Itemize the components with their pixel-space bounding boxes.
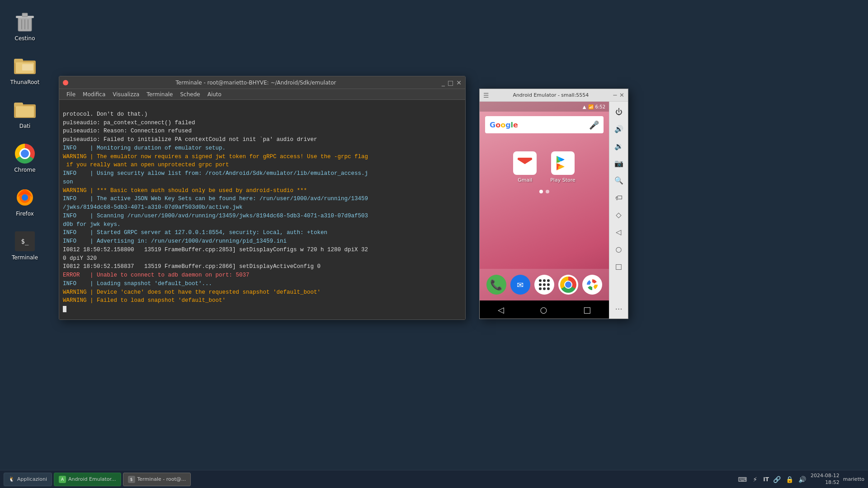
taskbar-btn-terminale[interactable]: $ Terminale - root@...: [123, 473, 191, 486]
terminal-minimize-btn[interactable]: _: [442, 80, 445, 86]
emulator-vol-down-btn[interactable]: 🔉: [613, 140, 625, 152]
emulator-more-btn[interactable]: ⋯: [613, 302, 625, 315]
taskbar-power-icon[interactable]: ⚡: [750, 475, 760, 484]
taskbar-keyboard-icon[interactable]: ⌨: [738, 475, 747, 484]
android-gmail-icon[interactable]: Gmail: [513, 151, 537, 183]
terminal-menu-visualizza[interactable]: Visualizza: [109, 91, 143, 98]
taskbar-btn-applicazioni[interactable]: 🐧 Applicazioni: [4, 473, 52, 486]
emulator-titlebar: ☰ Android Emulator - small:5554 − ✕: [480, 89, 628, 102]
android-playstore-icon[interactable]: Play Store: [550, 151, 576, 183]
taskbar-left: 🐧 Applicazioni A Android Emulator... $ T…: [4, 473, 191, 486]
terminal-title: Terminale - root@marietto-BHYVE: ~/Andro…: [70, 80, 442, 86]
android-recents-btn[interactable]: □: [583, 305, 591, 314]
terminal-menu-terminale[interactable]: Terminale: [143, 91, 176, 98]
playstore-label: Play Store: [550, 177, 576, 183]
terminal-menu-file[interactable]: File: [63, 91, 79, 98]
terminal-close-x-btn[interactable]: ✕: [456, 80, 462, 86]
android-dock-phone[interactable]: 📞: [486, 275, 506, 295]
emulator-screenshot-btn[interactable]: 📷: [613, 157, 625, 169]
android-home-btn[interactable]: ○: [540, 305, 547, 314]
android-mic-icon[interactable]: 🎤: [589, 120, 599, 130]
taskbar-username: marietto: [843, 476, 864, 482]
desktop-icon-terminale[interactable]: $_ Terminale: [5, 228, 45, 263]
taskbar-btn-android-emulator[interactable]: A Android Emulator...: [54, 473, 121, 486]
chrome-desktop-icon: [14, 143, 36, 164]
terminal-close-btn[interactable]: [63, 80, 68, 85]
android-time: 6:52: [595, 104, 605, 109]
desktop-icon-thunaroot[interactable]: ThunaRoot: [5, 53, 45, 88]
gmail-label: Gmail: [518, 177, 532, 183]
terminal-titlebar: Terminale - root@marietto-BHYVE: ~/Andro…: [59, 76, 465, 89]
terminal-maximize-btn[interactable]: □: [448, 80, 453, 86]
android-navbar: ◁ ○ □: [480, 300, 609, 319]
taskbar-lang-indicator[interactable]: IT: [763, 476, 769, 483]
emulator-square-btn[interactable]: □: [613, 260, 625, 272]
taskbar-network-icon[interactable]: 🔗: [773, 475, 782, 484]
dati-folder-icon: [14, 99, 36, 121]
desktop-icon-dati[interactable]: Dati: [5, 97, 45, 131]
android-app-row: Gmail: [484, 151, 604, 183]
android-signal-icon: 📶: [588, 104, 594, 109]
taskbar-date: 2024-08-12: [811, 473, 840, 479]
dati-label: Dati: [19, 123, 31, 129]
svg-rect-12: [16, 106, 34, 117]
android-dock-photos[interactable]: [582, 275, 602, 295]
emulator-circle-btn[interactable]: ○: [613, 243, 625, 255]
taskbar: 🐧 Applicazioni A Android Emulator... $ T…: [0, 470, 868, 488]
terminal-menu-aiuto[interactable]: Aiuto: [204, 91, 225, 98]
google-logo: Google: [490, 121, 518, 129]
svg-rect-2: [22, 13, 28, 17]
emulator-bookmark-btn[interactable]: ◇: [613, 208, 625, 221]
svg-point-15: [22, 194, 28, 201]
terminale-task-label: Terminale - root@...: [137, 476, 186, 482]
taskbar-right: ⌨ ⚡ IT 🔗 🔒 🔊 2024-08-12 18:52 marietto: [738, 473, 864, 486]
thunaroot-folder-icon: [14, 55, 36, 77]
terminal-desktop-icon: $_: [14, 230, 36, 252]
emulator-window: ☰ Android Emulator - small:5554 − ✕ ▲ 📶 …: [479, 89, 628, 319]
android-status-icons: ▲ 📶 6:52: [583, 104, 605, 109]
taskbar-time: 18:52: [811, 479, 840, 486]
desktop-icon-cestino[interactable]: Cestino: [5, 9, 45, 44]
gmail-icon-bg: [513, 151, 537, 175]
taskbar-lock-icon[interactable]: 🔒: [785, 475, 794, 484]
android-search-bar[interactable]: Google 🎤: [485, 116, 604, 133]
applicazioni-icon: 🐧: [9, 476, 15, 482]
svg-rect-9: [22, 64, 33, 70]
thunaroot-label: ThunaRoot: [10, 79, 40, 85]
svg-point-23: [590, 282, 594, 287]
dot-1: [539, 190, 543, 193]
cestino-label: Cestino: [15, 35, 35, 42]
emulator-side-toolbar: ⏻ 🔊 🔉 📷 🔍 🏷 ◇ ◁ ○ □ ⋯: [609, 102, 628, 319]
terminal-menu-schede[interactable]: Schede: [176, 91, 203, 98]
android-dock: 📞 ✉: [480, 269, 609, 300]
emulator-power-btn[interactable]: ⏻: [613, 105, 625, 118]
taskbar-datetime: 2024-08-12 18:52: [811, 473, 840, 486]
terminale-task-icon: $: [128, 476, 135, 483]
emulator-close-btn[interactable]: ✕: [619, 92, 624, 99]
terminal-content[interactable]: protocol. Don't do that.) pulseaudio: pa…: [59, 100, 465, 319]
emulator-vol-up-btn[interactable]: 🔊: [613, 122, 625, 135]
android-back-btn[interactable]: ◁: [498, 305, 504, 314]
android-dock-messages[interactable]: ✉: [510, 275, 530, 295]
emulator-zoom-in-btn[interactable]: 🔍: [613, 174, 625, 187]
android-screen[interactable]: ▲ 📶 6:52 Google 🎤: [480, 102, 609, 319]
terminal-menu-modifica[interactable]: Modifica: [79, 91, 109, 98]
emulator-tag-btn[interactable]: 🏷: [613, 191, 625, 204]
taskbar-volume-icon[interactable]: 🔊: [798, 475, 807, 484]
firefox-desktop-icon: [14, 187, 36, 208]
android-dock-apps[interactable]: [534, 275, 554, 295]
android-app-area: Gmail: [480, 138, 609, 269]
applicazioni-label: Applicazioni: [17, 476, 47, 482]
terminal-menubar: File Modifica Visualizza Terminale Sched…: [59, 89, 465, 100]
desktop-icon-firefox[interactable]: Firefox: [5, 184, 45, 219]
emulator-back-nav-btn[interactable]: ◁: [613, 225, 625, 238]
dot-2: [546, 190, 549, 193]
android-dock-chrome[interactable]: [558, 275, 578, 295]
android-page-dots: [484, 190, 604, 193]
desktop-icon-chrome[interactable]: Chrome: [5, 141, 45, 175]
android-emulator-task-label: Android Emulator...: [68, 476, 116, 482]
android-statusbar: ▲ 📶 6:52: [480, 102, 609, 112]
emulator-minimize-btn[interactable]: −: [613, 92, 618, 99]
emulator-menu-icon[interactable]: ☰: [483, 92, 489, 99]
emulator-body: ▲ 📶 6:52 Google 🎤: [480, 102, 628, 319]
